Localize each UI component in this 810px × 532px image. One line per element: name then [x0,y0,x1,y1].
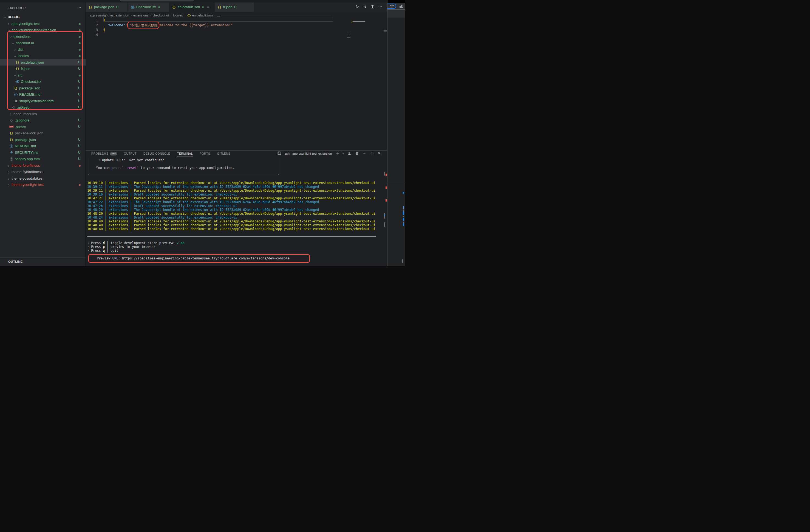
breadcrumb-file[interactable]: en.default.json [192,14,213,17]
terminal-divider [87,236,376,237]
ellipsis-icon[interactable] [362,151,367,156]
breadcrumb-item[interactable]: extensions [133,14,148,17]
editor-scrollbar[interactable] [384,30,387,32]
tree-item-fr.json[interactable]: {}fr.jsonU [0,66,85,72]
panel-tab-terminal[interactable]: TERMINAL [177,150,193,157]
tree-item-label: checkout-ui [16,41,34,45]
tree-item-src[interactable]: src [0,72,85,79]
explorer-more-icon[interactable]: ⋯ [77,5,81,10]
tree-item-readme.md[interactable]: iREADME.mdU [0,91,85,98]
log-line: 10:39:11 │ extensions │ Parsed locales f… [87,189,380,193]
tree-item-readme.md[interactable]: iREADME.mdU [0,143,85,149]
ellipsis-icon[interactable] [378,5,382,10]
tree-item-dist[interactable]: dist [0,46,85,53]
ruler-mark [384,213,385,219]
tree-item-label: README.md [19,93,40,97]
split-panel-icon[interactable] [348,151,352,156]
tab-en.default.json[interactable]: {}en.default.jsonU× [169,2,215,12]
tree-item-package.json[interactable]: {}package.jsonU [0,136,85,143]
ruler-mark [386,187,387,189]
panel-tab-debug-console[interactable]: DEBUG CONSOLE [143,150,170,157]
tree-item-.npmrc[interactable]: npm.npmrcU [0,124,85,130]
line-number: 2 [85,23,98,28]
tree-item-app-ysunlight-test-extension[interactable]: app-ysunlight-test-extension [0,27,85,33]
tree-item-label: en.default.json [21,60,44,64]
tree-item-label: package-lock.json [15,131,43,135]
breadcrumb-item[interactable]: checkout-ui [153,14,169,17]
bookmark-star-icon[interactable] [390,4,394,9]
tree-item-.gitkeep[interactable]: .gitkeepU [0,104,85,111]
terminal[interactable]: • Update URLs: Not yet configured You ca… [87,158,382,266]
close-icon[interactable]: × [207,5,209,9]
tab-label: package.json [94,5,114,9]
tree-item-extensions[interactable]: extensions [0,33,85,40]
gear-icon [14,99,18,103]
chevron-right-icon [7,22,10,25]
panel-tab-output[interactable]: OUTPUT [124,150,136,157]
tree-item-package.json[interactable]: {}package.jsonU [0,85,85,92]
annotation-box-preview-url: Preview URL: https://specifies-engineeri… [88,254,310,263]
breadcrumb-item[interactable]: locales [173,14,183,17]
tab-label: Checkout.jsx [136,5,156,9]
plus-icon[interactable] [336,151,340,156]
tree-item-theme-flybirdfitness[interactable]: theme-flybirdfitness [0,168,85,175]
tree-item-checkout.jsx[interactable]: Checkout.jsxU [0,78,85,85]
tree-item-shopify.extension.toml[interactable]: shopify.extension.tomlU [0,98,85,104]
title-bar [0,0,387,2]
chevron-up-icon[interactable] [370,151,374,156]
info-icon: i [9,144,13,148]
shortcut-line: › Press q │ quit [87,249,184,253]
tree-item-security.md[interactable]: SECURITY.mdU [0,149,85,156]
tree-item-label: SECURITY.md [15,150,38,155]
tree-item-en.default.json[interactable]: {}en.default.jsonU [0,59,85,66]
tree-item-theme-yosudabikes[interactable]: theme-yosudabikes [0,175,85,182]
play-icon[interactable] [355,5,359,10]
tree-item-theme-ysunlight-test[interactable]: theme-ysunlight-test [0,181,85,188]
tree-item-label: theme-ysunlight-test [12,183,44,187]
breadcrumb-tail[interactable]: … [217,14,220,17]
panel-tab-ports[interactable]: PORTS [200,150,210,157]
tree-item-label: theme-feierfitness [12,163,40,167]
tab-bar: {}package.jsonUCheckout.jsxU{}en.default… [85,2,387,12]
ruler-mark [384,222,385,227]
extensions-puzzle-icon[interactable] [399,4,403,9]
tree-item-app-ysunlight-test[interactable]: app-ysunlight-test [0,20,85,27]
tree-item-theme-feierfitness[interactable]: theme-feierfitness [0,162,85,169]
git-status-badge: U [78,86,81,90]
editor-group: {}package.jsonUCheckout.jsxU{}en.default… [85,2,387,150]
tab-package.json[interactable]: {}package.jsonU [85,2,128,12]
diff-icon[interactable] [363,5,367,10]
log-line: 10:48:24 │ extensions │ Draft updated su… [87,215,380,220]
tree-item-package-lock.json[interactable]: {}package-lock.json [0,130,85,136]
line-number: 4 [85,33,98,37]
git-status-badge: U [78,105,81,109]
react-icon [131,5,135,9]
tree-item-node-modules[interactable]: node_modules [0,111,85,117]
ruler-mark [386,199,387,201]
shortcut-line: › Press d │ toggle development store pre… [87,241,184,245]
chevron-down-icon[interactable] [341,152,344,156]
close-icon[interactable] [377,151,381,156]
terminal-header: zsh - app-ysunlight-test-extension [277,150,381,157]
terminal-title[interactable]: zsh - app-ysunlight-test-extension [285,152,332,155]
current-line-highlight [103,17,333,22]
panel-tab-problems[interactable]: PROBLEMS3K+ [91,150,117,157]
git-status-dot [79,42,81,44]
tree-item-shopify.app.toml[interactable]: shopify.app.tomlU [0,156,85,162]
tab-fr.json[interactable]: {}fr.jsonU [215,2,254,12]
command-center[interactable] [120,0,194,1]
trash-icon[interactable] [355,151,359,156]
minimap[interactable] [351,18,373,46]
tree-item-checkout-ui[interactable]: checkout-ui [0,40,85,46]
tree-item-.gitignore[interactable]: .gitignoreU [0,117,85,124]
chevron-right-icon: › [170,14,171,17]
tree-item-debug[interactable]: DEBUG [0,14,85,20]
panel-tab-gitlens[interactable]: GITLENS [217,150,230,157]
tree-item-locales[interactable]: locales [0,53,85,59]
outline-section[interactable]: OUTLINE TIMELINE [0,257,85,266]
tab-checkout.jsx[interactable]: Checkout.jsxU [128,2,169,12]
editor-ruler-mark [347,33,351,33]
split-editor-icon[interactable] [370,5,375,10]
breadcrumb-item[interactable]: app-ysunlight-test-extension [90,14,129,17]
tree-item-label: shopify.app.toml [15,157,40,161]
